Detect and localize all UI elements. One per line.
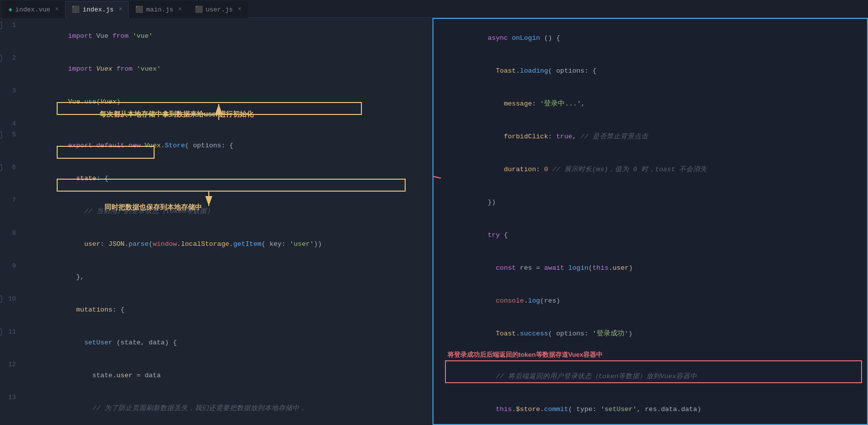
- code-line-11: - 11 setUser (state, data) {: [0, 326, 433, 359]
- line-number-6: 6: [4, 162, 24, 173]
- line-gutter-12: 12: [0, 359, 28, 370]
- line-number-1: 1: [4, 20, 24, 31]
- line-number-8: 8: [0, 228, 24, 239]
- right-editor-panel: async onLogin () { Toast.loading( option…: [433, 18, 868, 425]
- right-code-line-5: duration: 0 // 展示时长(ms)，值为 0 时，toast 不会消…: [437, 153, 867, 186]
- right-line-content-5: duration: 0 // 展示时长(ms)，值为 0 时，toast 不会消…: [437, 153, 867, 186]
- line-number-11: 11: [4, 326, 24, 337]
- right-line-content-1: async onLogin () {: [437, 22, 867, 55]
- code-line-8: 8 user: JSON.parse(window.localStorage.g…: [0, 228, 433, 261]
- tab-index-js[interactable]: ⬛ index.js ×: [65, 1, 129, 18]
- tab-main-js[interactable]: ⬛ main.js ×: [129, 1, 188, 18]
- right-code-line-3: message: '登录中...',: [437, 88, 867, 120]
- line-number-3: 3: [4, 86, 24, 97]
- line-number-9: 9: [0, 261, 24, 272]
- right-code-area: async onLogin () { Toast.loading( option…: [434, 19, 867, 425]
- right-code-line-11: // 将后端返回的用户登录状态（token等数据）放到Vuex容器中: [437, 360, 867, 393]
- line-number-10: 10: [4, 294, 24, 305]
- right-line-content-10: Toast.success( options: '登录成功'): [437, 318, 867, 350]
- right-line-content-12: this.$store.commit( type: 'setUser', res…: [437, 393, 867, 425]
- line-content-7: // 当前用户的登录状态（token等数据）: [28, 195, 433, 228]
- line-content-6: state: {: [28, 162, 433, 195]
- close-tab-icon[interactable]: ×: [55, 6, 59, 13]
- js-icon: ⬛: [195, 5, 203, 13]
- close-tab-icon[interactable]: ×: [119, 6, 122, 13]
- fold-icon-5[interactable]: -: [0, 131, 2, 138]
- right-code-line-9: console.log(res): [437, 285, 867, 318]
- code-line-1: - 1 import Vue from 'vue': [0, 20, 433, 53]
- line-number-12: 12: [0, 359, 24, 370]
- line-gutter-13: 13: [0, 392, 28, 403]
- line-content-11: setUser (state, data) {: [28, 326, 433, 359]
- right-code-line-10: Toast.success( options: '登录成功'): [437, 318, 867, 350]
- code-line-5: - 5 export default new Vuex.Store( optio…: [0, 129, 433, 162]
- line-content-2: import Vuex from 'vuex': [28, 53, 433, 86]
- line-gutter-5: - 5: [0, 129, 28, 140]
- line-number-4: 4: [4, 118, 24, 129]
- code-line-13: 13 // 为了防止页面刷新数据丢失，我们还需要把数据放到本地存储中，: [0, 392, 433, 425]
- line-content-3: Vue.use(Vuex): [28, 86, 433, 118]
- line-number-13: 13: [0, 392, 24, 403]
- line-content-4: [28, 118, 433, 129]
- tab-label: index.vue: [15, 6, 50, 13]
- line-content-10: mutations: {: [28, 294, 433, 326]
- close-tab-icon[interactable]: ×: [178, 6, 181, 13]
- code-line-12: 12 state.user = data: [0, 359, 433, 392]
- editor-container: - 1 import Vue from 'vue' - 2 import Vue…: [0, 18, 868, 425]
- annotation-red-text: 将登录成功后后端返回的token等数据存道Vuex容器中: [447, 350, 603, 359]
- right-line-content-7: try {: [437, 219, 867, 252]
- vue-icon: ◈: [8, 5, 12, 13]
- fold-icon-10[interactable]: -: [0, 296, 2, 303]
- code-line-4: 4: [0, 118, 433, 129]
- right-line-content-11: // 将后端返回的用户登录状态（token等数据）放到Vuex容器中: [437, 360, 867, 393]
- code-line-9: 9 },: [0, 261, 433, 294]
- left-code-area: - 1 import Vue from 'vue' - 2 import Vue…: [0, 18, 433, 425]
- right-code-line-2: Toast.loading( options: {: [437, 55, 867, 88]
- left-editor-panel: - 1 import Vue from 'vue' - 2 import Vue…: [0, 18, 433, 425]
- right-line-content-9: console.log(res): [437, 285, 867, 318]
- right-code-line-4: forbidClick: true, // 是否禁止背景点击: [437, 120, 867, 153]
- right-code-line-8: const res = await login(this.user): [437, 252, 867, 285]
- line-content-9: },: [28, 261, 433, 294]
- right-line-content-4: forbidClick: true, // 是否禁止背景点击: [437, 120, 867, 153]
- line-number-5: 5: [4, 129, 24, 140]
- line-gutter-6: - 6: [0, 162, 28, 173]
- right-code-line-1: async onLogin () {: [437, 22, 867, 55]
- line-gutter-1: - 1: [0, 20, 28, 31]
- right-code-line-6: }): [437, 186, 867, 219]
- fold-icon-6[interactable]: -: [0, 164, 2, 171]
- tab-bar: ◈ index.vue × ⬛ index.js × ⬛ main.js × ⬛…: [0, 0, 868, 18]
- line-gutter-11: - 11: [0, 326, 28, 337]
- tab-label: main.js: [146, 6, 174, 13]
- tab-user-js[interactable]: ⬛ user.js ×: [188, 1, 248, 18]
- line-gutter-3: 3: [0, 86, 28, 97]
- line-content-13: // 为了防止页面刷新数据丢失，我们还需要把数据放到本地存储中，: [28, 392, 433, 425]
- line-number-7: 7: [0, 195, 24, 206]
- js-icon: ⬛: [135, 5, 143, 13]
- fold-icon-11[interactable]: -: [0, 328, 2, 335]
- right-code-line-12: this.$store.commit( type: 'setUser', res…: [437, 393, 867, 425]
- line-number-2: 2: [4, 53, 24, 64]
- code-line-10: - 10 mutations: {: [0, 294, 433, 326]
- code-line-7: 7 // 当前用户的登录状态（token等数据）: [0, 195, 433, 228]
- line-gutter-8: 8: [0, 228, 28, 239]
- code-line-2: - 2 import Vuex from 'vuex': [0, 53, 433, 86]
- line-gutter-7: 7: [0, 195, 28, 206]
- fold-icon-2[interactable]: -: [0, 55, 2, 62]
- line-gutter-4: 4: [0, 118, 28, 129]
- line-gutter-2: - 2: [0, 53, 28, 64]
- line-content-8: user: JSON.parse(window.localStorage.get…: [28, 228, 433, 261]
- right-line-content-6: }): [437, 186, 867, 219]
- fold-icon-1[interactable]: -: [0, 22, 2, 29]
- line-content-1: import Vue from 'vue': [28, 20, 433, 53]
- red-annotation-container: 将登录成功后后端返回的token等数据存道Vuex容器中: [437, 350, 867, 360]
- tab-label: index.js: [83, 6, 113, 13]
- line-gutter-9: 9: [0, 261, 28, 272]
- close-tab-icon[interactable]: ×: [238, 6, 241, 13]
- right-line-content-3: message: '登录中...',: [437, 88, 867, 120]
- code-line-3: 3 Vue.use(Vuex): [0, 86, 433, 118]
- line-gutter-10: - 10: [0, 294, 28, 305]
- code-line-6: - 6 state: {: [0, 162, 433, 195]
- tab-index-vue[interactable]: ◈ index.vue ×: [2, 1, 65, 18]
- line-content-5: export default new Vuex.Store( options: …: [28, 129, 433, 162]
